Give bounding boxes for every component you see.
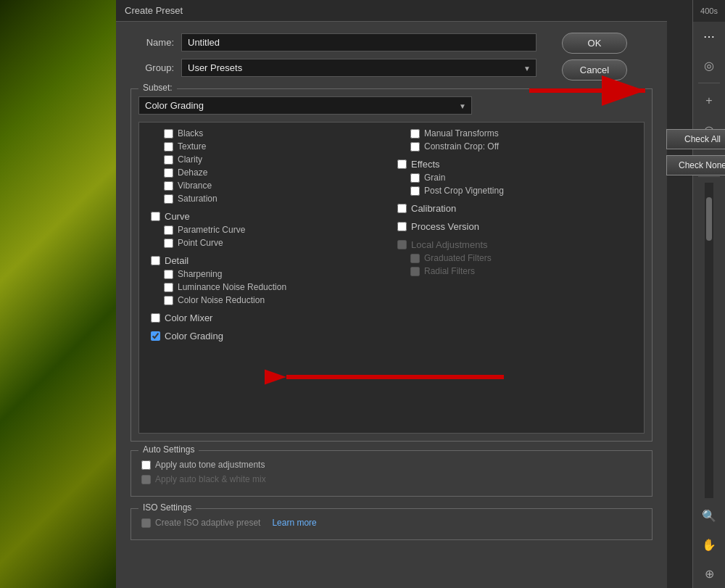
develop-icon[interactable]: ◎ <box>696 52 722 78</box>
color-mixer-label: Color Mixer <box>165 312 212 323</box>
post-crop-checkbox[interactable] <box>410 186 420 196</box>
curve-label: Curve <box>165 211 190 222</box>
constrain-crop-label: Constrain Crop: Off <box>424 141 499 152</box>
list-item[interactable]: Vibrance <box>164 181 386 191</box>
color-grading-group: Color Grading <box>151 331 386 341</box>
group-select[interactable]: User Presets Lightroom Defaults Custom <box>181 59 536 77</box>
list-item[interactable]: Calibration <box>397 203 632 214</box>
ok-button[interactable]: OK <box>562 33 627 54</box>
zoom-icon[interactable]: 🔍 <box>696 502 722 529</box>
list-item[interactable]: Saturation <box>164 194 386 204</box>
luminance-noise-label: Luminance Noise Reduction <box>178 282 286 292</box>
learn-more-link[interactable]: Learn more <box>272 518 316 528</box>
subset-legend: Subset: <box>138 83 177 93</box>
check-all-button[interactable]: Check All <box>666 129 725 149</box>
radial-filters-checkbox <box>410 267 420 276</box>
create-preset-dialog: Create Preset Name: Group: User Presets … <box>116 0 667 588</box>
dehaze-checkbox[interactable] <box>164 168 173 178</box>
local-adjustments-checkbox <box>397 240 407 249</box>
calibration-label: Calibration <box>411 203 456 214</box>
add-icon[interactable]: + <box>696 88 722 114</box>
color-mixer-group: Color Mixer <box>151 312 386 323</box>
saturation-checkbox[interactable] <box>164 194 173 204</box>
iso-adaptive-row[interactable]: Create ISO adaptive preset Learn more <box>141 518 642 528</box>
list-item[interactable]: Post Crop Vignetting <box>410 186 632 196</box>
parametric-curve-checkbox[interactable] <box>164 225 173 235</box>
check-buttons: Check All Check None <box>666 129 725 175</box>
local-adjustments-label: Local Adjustments <box>411 239 488 250</box>
checklist-col2: Manual Transforms Constrain Crop: Off Ef… <box>392 128 638 344</box>
effects-checkbox[interactable] <box>397 160 407 169</box>
list-item[interactable]: Dehaze <box>164 167 386 178</box>
clarity-checkbox[interactable] <box>164 155 173 165</box>
list-item[interactable]: Effects <box>397 159 632 170</box>
history-icon[interactable]: ⋯ <box>696 23 722 49</box>
subset-select[interactable]: Color Grading All White Balance Basic To… <box>138 96 472 115</box>
detail-group: Detail Sharpening Luminance Noise Reduct… <box>151 255 386 305</box>
list-item[interactable]: Manual Transforms <box>410 128 632 138</box>
list-item[interactable]: Sharpening <box>164 269 386 279</box>
right-panel-top: 400s <box>693 0 725 22</box>
list-item[interactable]: Color Grading <box>151 331 386 341</box>
group-select-wrapper: User Presets Lightroom Defaults Custom ▼ <box>181 59 536 77</box>
list-item[interactable]: Blacks <box>164 128 386 138</box>
calibration-group: Calibration <box>397 203 632 214</box>
clarity-label: Clarity <box>178 154 202 165</box>
list-item[interactable]: Parametric Curve <box>164 225 386 235</box>
process-version-checkbox[interactable] <box>397 222 407 231</box>
scrollbar-thumb <box>706 197 712 241</box>
list-item[interactable]: Texture <box>164 141 386 152</box>
vibrance-checkbox[interactable] <box>164 181 173 191</box>
auto-settings-section: Auto Settings Apply auto tone adjustment… <box>130 450 652 497</box>
auto-bw-row: Apply auto black & white mix <box>141 474 642 484</box>
blacks-checkbox[interactable] <box>164 129 173 138</box>
color-mixer-checkbox[interactable] <box>151 313 160 323</box>
constrain-crop-checkbox[interactable] <box>410 142 420 152</box>
curve-checkbox[interactable] <box>151 212 160 221</box>
curve-group: Curve Parametric Curve Point Curve <box>151 211 386 248</box>
process-version-group: Process Version <box>397 221 632 232</box>
texture-label: Texture <box>178 141 206 152</box>
check-none-button[interactable]: Check None <box>666 155 725 175</box>
sharpening-checkbox[interactable] <box>164 270 173 279</box>
color-noise-checkbox[interactable] <box>164 296 173 305</box>
calibration-checkbox[interactable] <box>397 204 407 213</box>
name-label: Name: <box>130 37 174 48</box>
plus-icon[interactable]: ⊕ <box>696 560 722 587</box>
list-item[interactable]: Color Mixer <box>151 312 386 323</box>
auto-bw-checkbox <box>141 475 151 484</box>
hand-icon[interactable]: ✋ <box>696 531 722 558</box>
list-item[interactable]: Clarity <box>164 154 386 165</box>
grain-checkbox[interactable] <box>410 173 420 183</box>
list-item[interactable]: Constrain Crop: Off <box>410 141 632 152</box>
texture-checkbox[interactable] <box>164 142 173 152</box>
list-item[interactable]: Process Version <box>397 221 632 232</box>
point-curve-checkbox[interactable] <box>164 239 173 248</box>
list-item[interactable]: Detail <box>151 255 386 266</box>
auto-tone-row[interactable]: Apply auto tone adjustments <box>141 460 642 470</box>
auto-tone-checkbox[interactable] <box>141 460 151 470</box>
post-crop-label: Post Crop Vignetting <box>424 186 504 196</box>
saturation-label: Saturation <box>178 194 218 204</box>
list-item[interactable]: Luminance Noise Reduction <box>164 282 386 292</box>
iso-adaptive-checkbox <box>141 518 151 528</box>
list-item[interactable]: Grain <box>410 173 632 183</box>
color-grading-checkbox[interactable] <box>151 331 160 341</box>
list-item[interactable]: Curve <box>151 211 386 222</box>
arrow-right-svg <box>522 69 667 112</box>
checklist-col1: Blacks Texture Clarity Dehaze <box>145 128 392 344</box>
detail-checkbox[interactable] <box>151 256 160 265</box>
point-curve-label: Point Curve <box>178 238 223 248</box>
manual-transforms-checkbox[interactable] <box>410 129 420 138</box>
effects-group: Effects Grain Post Crop Vignetting <box>397 159 632 196</box>
luminance-noise-checkbox[interactable] <box>164 283 173 292</box>
iso-adaptive-label: Create ISO adaptive preset <box>155 518 260 528</box>
list-item[interactable]: Color Noise Reduction <box>164 295 386 305</box>
graduated-filters-checkbox <box>410 254 420 263</box>
background-photo <box>0 0 116 588</box>
process-version-label: Process Version <box>411 221 479 232</box>
name-input[interactable] <box>181 33 536 51</box>
list-item[interactable]: Point Curve <box>164 238 386 248</box>
right-scrollbar[interactable] <box>705 183 713 498</box>
divider <box>698 83 720 83</box>
